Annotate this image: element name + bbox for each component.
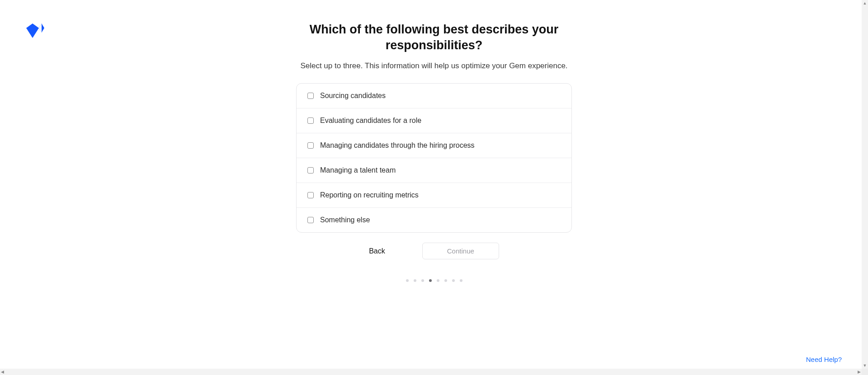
progress-dots [406,279,462,282]
svg-marker-4 [39,23,42,33]
svg-marker-1 [26,28,39,38]
onboarding-step: Which of the following best describes yo… [296,22,572,282]
step-title: Which of the following best describes yo… [296,22,572,53]
progress-dot [452,279,455,282]
scroll-down-icon[interactable]: ▼ [863,363,867,368]
checkbox-icon[interactable] [307,117,314,124]
step-subtitle: Select up to three. This information wil… [300,61,567,70]
option-managing-team[interactable]: Managing a talent team [297,158,571,183]
progress-dot [460,279,462,282]
option-label: Something else [320,216,370,224]
progress-dot [444,279,447,282]
checkbox-icon[interactable] [307,167,314,173]
checkbox-icon[interactable] [307,93,314,99]
checkbox-icon[interactable] [307,217,314,223]
gem-logo-icon [26,23,44,40]
svg-marker-0 [26,23,39,28]
option-evaluating-candidates[interactable]: Evaluating candidates for a role [297,108,571,133]
need-help-link[interactable]: Need Help? [806,356,842,363]
option-label: Evaluating candidates for a role [320,117,421,125]
scroll-up-icon[interactable]: ▲ [863,1,867,5]
option-label: Managing candidates through the hiring p… [320,141,475,150]
horizontal-scrollbar[interactable]: ◀ ▶ [0,369,862,375]
progress-dot [414,279,416,282]
option-label: Reporting on recruiting metrics [320,191,419,199]
back-button[interactable]: Back [369,247,385,255]
step-actions: Back Continue [296,243,572,259]
option-reporting-metrics[interactable]: Reporting on recruiting metrics [297,183,571,208]
progress-dot [421,279,424,282]
checkbox-icon[interactable] [307,192,314,198]
scrollbar-corner [862,369,868,375]
progress-dot-active [429,279,432,282]
option-managing-candidates[interactable]: Managing candidates through the hiring p… [297,133,571,158]
progress-dot [406,279,409,282]
option-label: Sourcing candidates [320,92,386,100]
vertical-scrollbar[interactable]: ▲ ▼ [862,0,868,369]
scroll-right-icon[interactable]: ▶ [858,370,861,374]
progress-dot [437,279,439,282]
option-sourcing-candidates[interactable]: Sourcing candidates [297,84,571,108]
scroll-left-icon[interactable]: ◀ [1,370,4,374]
option-label: Managing a talent team [320,166,396,174]
checkbox-icon[interactable] [307,142,314,149]
option-something-else[interactable]: Something else [297,208,571,232]
continue-button[interactable]: Continue [422,243,499,259]
options-list: Sourcing candidates Evaluating candidate… [296,83,572,233]
